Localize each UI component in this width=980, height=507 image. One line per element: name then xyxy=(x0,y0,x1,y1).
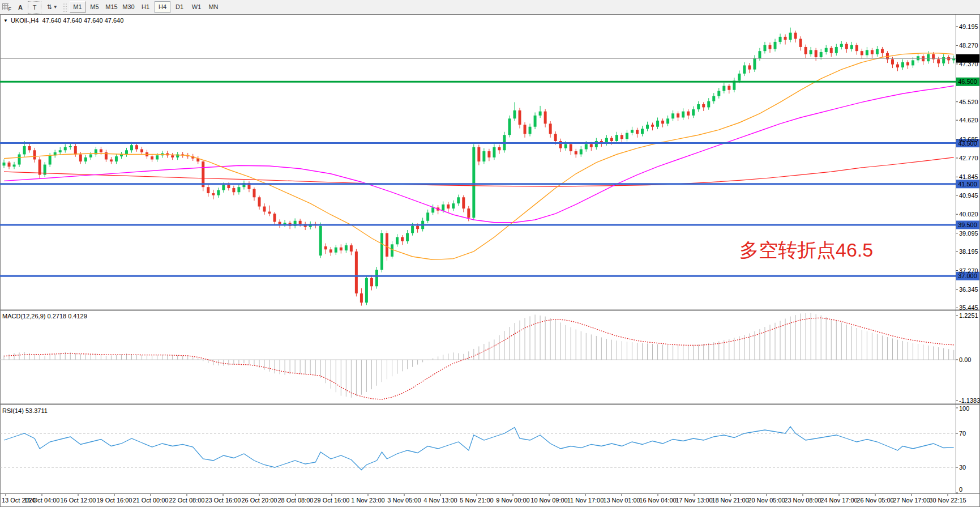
svg-text:0: 0 xyxy=(959,486,962,493)
chart-window: 46.50043.50041.50039.50037.00047.64049.1… xyxy=(0,14,980,507)
svg-text:41.845: 41.845 xyxy=(959,173,978,180)
svg-text:44.620: 44.620 xyxy=(959,117,978,123)
indicator-grid-button[interactable]: F xyxy=(1,2,13,13)
arrows-tool-button[interactable]: ⇅ ▼ xyxy=(42,2,62,13)
timeframe-button-h1[interactable]: H1 xyxy=(138,1,153,13)
svg-text:9 Nov 00:00: 9 Nov 00:00 xyxy=(496,497,529,504)
svg-text:1.2251: 1.2251 xyxy=(959,312,978,319)
price-axis[interactable]: 49.19548.27047.37045.52044.62043.68542.7… xyxy=(956,23,978,311)
chart-symbol: UKOil-,H4 xyxy=(11,17,39,24)
svg-text:48.270: 48.270 xyxy=(959,42,978,49)
svg-text:28 Oct 08:00: 28 Oct 08:00 xyxy=(278,497,314,504)
svg-text:39.500: 39.500 xyxy=(958,221,977,228)
svg-text:13 Nov 01:00: 13 Nov 01:00 xyxy=(603,497,640,504)
svg-text:47.370: 47.370 xyxy=(959,61,978,67)
svg-text:10 Nov 09:00: 10 Nov 09:00 xyxy=(530,497,567,504)
timeframe-button-w1[interactable]: W1 xyxy=(189,1,204,13)
rsi-indicator-label: RSI(14) 53.3711 xyxy=(2,407,48,414)
svg-text:26 Nov 05:00: 26 Nov 05:00 xyxy=(857,497,893,504)
svg-text:20 Nov 05:00: 20 Nov 05:00 xyxy=(748,497,785,504)
svg-text:42.770: 42.770 xyxy=(959,155,978,161)
svg-text:40.945: 40.945 xyxy=(959,192,978,199)
svg-text:1 Nov 23:00: 1 Nov 23:00 xyxy=(351,497,384,504)
svg-text:11 Nov 17:00: 11 Nov 17:00 xyxy=(567,497,604,504)
svg-text:46.500: 46.500 xyxy=(958,78,977,85)
timeframe-button-m30[interactable]: M30 xyxy=(121,1,136,13)
svg-text:24 Nov 17:00: 24 Nov 17:00 xyxy=(820,497,857,504)
candles-series xyxy=(3,28,956,306)
timeframe-button-m5[interactable]: M5 xyxy=(87,1,102,13)
dots-grid xyxy=(2,3,8,10)
svg-text:37.270: 37.270 xyxy=(959,267,978,274)
timeframe-button-d1[interactable]: D1 xyxy=(172,1,187,13)
t-label: T xyxy=(33,4,37,11)
svg-text:29 Oct 16:00: 29 Oct 16:00 xyxy=(314,497,350,504)
svg-text:21 Oct 00:00: 21 Oct 00:00 xyxy=(133,497,169,504)
time-axis[interactable]: 13 Oct 202015 Oct 04:0016 Oct 12:0019 Oc… xyxy=(2,494,966,504)
macd-indicator-label: MACD(12,26,9) 0.2718 0.4129 xyxy=(2,313,87,319)
svg-text:40.020: 40.020 xyxy=(959,211,978,218)
svg-text:43.685: 43.685 xyxy=(959,136,978,143)
svg-text:17 Nov 13:00: 17 Nov 13:00 xyxy=(675,497,712,504)
timeframe-toolbar: M1M5M15M30H1H4D1W1MN xyxy=(69,1,222,13)
rsi-pane: 10070300 xyxy=(0,405,969,493)
svg-text:23 Nov 08:00: 23 Nov 08:00 xyxy=(784,497,821,504)
svg-text:100: 100 xyxy=(959,405,969,412)
svg-text:18 Nov 21:00: 18 Nov 21:00 xyxy=(712,497,748,504)
dots-grid-icon: F xyxy=(2,3,11,12)
top-toolbar: F A T ⇅ ▼ M1M5M15M30H1H4D1W1MN xyxy=(0,0,980,15)
text-box-button[interactable]: T xyxy=(28,1,41,14)
a-label: A xyxy=(18,4,23,11)
svg-text:35.445: 35.445 xyxy=(959,304,978,311)
svg-text:16 Nov 04:00: 16 Nov 04:00 xyxy=(639,497,676,504)
dropdown-arrow-icon[interactable]: ▼ xyxy=(3,18,8,23)
timeframe-button-mn[interactable]: MN xyxy=(206,1,221,13)
price-pane: 46.50043.50041.50039.50037.00047.640 xyxy=(0,28,979,306)
timeframe-button-h4[interactable]: H4 xyxy=(155,1,170,13)
svg-text:39.095: 39.095 xyxy=(959,230,978,237)
svg-text:38.195: 38.195 xyxy=(959,248,978,255)
svg-text:70: 70 xyxy=(959,430,966,437)
svg-text:36.345: 36.345 xyxy=(959,286,978,293)
svg-text:19 Oct 16:00: 19 Oct 16:00 xyxy=(97,497,132,504)
svg-text:30: 30 xyxy=(959,464,966,471)
timeframe-button-m15[interactable]: M15 xyxy=(104,1,119,13)
chevron-down-icon: ▼ xyxy=(53,5,58,10)
text-annotation-button[interactable]: A xyxy=(14,2,27,13)
svg-text:27 Nov 17:00: 27 Nov 17:00 xyxy=(893,497,930,504)
svg-text:22 Oct 08:00: 22 Oct 08:00 xyxy=(169,497,205,504)
svg-text:15 Oct 04:00: 15 Oct 04:00 xyxy=(24,497,60,504)
svg-text:49.195: 49.195 xyxy=(959,23,978,30)
arrows-icon: ⇅ xyxy=(46,3,52,11)
svg-text:3 Nov 05:00: 3 Nov 05:00 xyxy=(387,497,421,504)
svg-text:5 Nov 21:00: 5 Nov 21:00 xyxy=(460,497,493,504)
svg-text:41.500: 41.500 xyxy=(958,181,977,188)
macd-pane: 1.22510.00-1.1383 xyxy=(0,312,980,404)
svg-text:23 Oct 16:00: 23 Oct 16:00 xyxy=(206,497,241,504)
chart-title: ▼UKOil-,H4 47.640 47.640 47.640 47.640 xyxy=(3,17,123,24)
chart-annotation-text: 多空转折点46.5 xyxy=(739,237,873,263)
svg-text:16 Oct 12:00: 16 Oct 12:00 xyxy=(61,497,96,504)
svg-text:0.00: 0.00 xyxy=(959,356,971,363)
svg-text:45.520: 45.520 xyxy=(959,99,978,105)
svg-text:26 Oct 20:00: 26 Oct 20:00 xyxy=(242,497,277,504)
svg-text:30 Nov 22:15: 30 Nov 22:15 xyxy=(929,497,966,504)
toolbar-grip-handle[interactable] xyxy=(63,3,67,12)
chart-ohlc: 47.640 47.640 47.640 47.640 xyxy=(42,17,124,24)
svg-text:-1.1383: -1.1383 xyxy=(959,397,980,404)
svg-text:4 Nov 13:00: 4 Nov 13:00 xyxy=(423,497,457,504)
timeframe-button-m1[interactable]: M1 xyxy=(70,1,85,13)
f-label: F xyxy=(8,6,12,12)
